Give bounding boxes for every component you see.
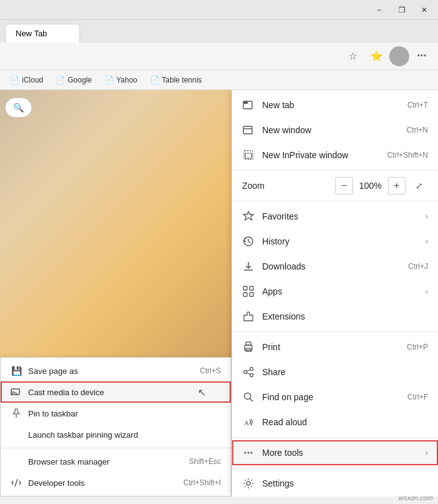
svg-rect-6	[243, 126, 252, 134]
context-dev-tools[interactable]: Developer tools Ctrl+Shift+I	[1, 472, 231, 493]
favorites-icon	[242, 210, 255, 223]
context-pin-taskbar[interactable]: Pin to taskbar	[1, 403, 231, 424]
settings-label: Settings	[262, 478, 428, 488]
menu-new-window[interactable]: New window Ctrl+N	[232, 118, 438, 143]
print-shortcut: Ctrl+P	[407, 343, 428, 351]
edge-menu: New tab Ctrl+T New window Ctrl+N New I	[232, 90, 438, 496]
more-tools-icon	[242, 446, 255, 459]
menu-new-inprivate[interactable]: New InPrivate window Ctrl+Shift+N	[232, 143, 438, 168]
minimize-button[interactable]: −	[370, 1, 388, 19]
apps-label: Apps	[262, 286, 418, 296]
zoom-increase-button[interactable]: +	[388, 177, 405, 194]
context-launch-wizard[interactable]: Launch taskbar pinning wizard	[1, 424, 231, 445]
ctx-divider-1	[1, 448, 231, 448]
history-label: History	[262, 236, 418, 246]
menu-new-tab[interactable]: New tab Ctrl+T	[232, 93, 438, 118]
context-cast-media[interactable]: Cast media to device ↖	[1, 381, 231, 403]
new-window-shortcut: Ctrl+N	[407, 126, 428, 134]
bookmark-table-tennis[interactable]: 📄 Table tennis	[145, 74, 207, 86]
svg-point-27	[245, 452, 247, 454]
context-menu: 💾 Save page as Ctrl+S Cast media to devi…	[0, 357, 232, 496]
bookmark-label: Yahoo	[116, 76, 138, 84]
new-tab-shortcut: Ctrl+T	[407, 101, 428, 109]
bookmark-yahoo[interactable]: 📄 Yahoo	[99, 74, 143, 86]
menu-print[interactable]: Print Ctrl+P	[232, 335, 438, 360]
menu-extensions[interactable]: Extensions	[232, 304, 438, 329]
share-label: Share	[262, 367, 428, 377]
menu-divider-5	[232, 468, 438, 468]
browser-task-icon	[11, 456, 22, 467]
context-browser-task[interactable]: Browser task manager Shift+Esc	[1, 451, 231, 472]
bookmark-label: Table tennis	[162, 76, 202, 84]
cursor-pointer-icon: ↖	[198, 386, 206, 398]
save-page-label: Save page as	[28, 366, 193, 376]
favorites-label: Favorites	[262, 211, 418, 221]
active-tab[interactable]: New Tab	[5, 24, 80, 43]
svg-rect-17	[246, 342, 251, 345]
browser-toolbar: ☆ ⭐ ···	[0, 43, 438, 70]
extensions-icon	[242, 310, 255, 323]
bookmark-icon: 📄	[150, 76, 160, 84]
menu-help-feedback[interactable]: Help and feedback ›	[232, 496, 438, 496]
browser-task-label: Browser task manager	[28, 457, 183, 466]
bookmark-icon: 📄	[10, 76, 19, 84]
bookmark-icon: 📄	[104, 76, 114, 84]
dev-tools-label: Developer tools	[28, 478, 177, 488]
bookmarks-bar: 📄 iCloud 📄 Google 📄 Yahoo 📄 Table tennis	[0, 70, 438, 90]
svg-rect-15	[250, 293, 253, 296]
menu-read-aloud[interactable]: A Read aloud	[232, 410, 438, 435]
launch-wizard-icon	[11, 429, 22, 440]
menu-more-tools[interactable]: More tools ›	[232, 440, 438, 465]
cast-media-label: Cast media to device	[28, 388, 221, 397]
more-button[interactable]: ···	[410, 45, 433, 68]
context-save-page[interactable]: 💾 Save page as Ctrl+S	[1, 360, 231, 381]
svg-point-21	[244, 371, 247, 374]
dev-tools-shortcut: Ctrl+Shift+I	[183, 478, 221, 487]
title-bar: − ❐ ✕	[0, 0, 438, 20]
settings-icon	[242, 477, 255, 490]
svg-text:A: A	[244, 419, 249, 426]
menu-favorites[interactable]: Favorites ›	[232, 204, 438, 229]
svg-point-29	[251, 452, 253, 454]
bookmark-icloud[interactable]: 📄 iCloud	[5, 74, 48, 86]
profile-button[interactable]	[389, 46, 409, 66]
search-bar[interactable]: 🔍	[5, 98, 32, 118]
menu-history[interactable]: History ›	[232, 229, 438, 254]
dev-tools-icon	[11, 477, 22, 488]
svg-point-28	[248, 452, 250, 454]
inprivate-label: New InPrivate window	[262, 150, 380, 160]
find-label: Find on page	[262, 392, 400, 402]
find-icon	[242, 391, 255, 403]
tab-bar: New Tab	[0, 20, 438, 43]
bookmark-label: Google	[68, 76, 92, 84]
zoom-value: 100%	[358, 181, 383, 191]
inprivate-shortcut: Ctrl+Shift+N	[387, 151, 428, 159]
svg-rect-9	[245, 153, 252, 158]
maximize-button[interactable]: ❐	[393, 1, 410, 19]
menu-settings[interactable]: Settings	[232, 471, 438, 496]
close-button[interactable]: ✕	[415, 1, 433, 19]
menu-share[interactable]: Share	[232, 360, 438, 385]
bookmark-google[interactable]: 📄 Google	[51, 74, 97, 86]
menu-divider-1	[232, 170, 438, 171]
zoom-expand-button[interactable]: ⤢	[410, 177, 428, 194]
search-area: 🔍	[5, 98, 32, 118]
menu-find-on-page[interactable]: Find on page Ctrl+F	[232, 385, 438, 410]
favorite-icon-button[interactable]: ☆	[342, 45, 364, 68]
cast-media-icon	[11, 386, 22, 398]
share-icon	[242, 366, 255, 378]
menu-downloads[interactable]: Downloads Ctrl+J	[232, 254, 438, 279]
zoom-decrease-button[interactable]: −	[335, 177, 353, 194]
zoom-label: Zoom	[242, 181, 330, 191]
more-tools-arrow: ›	[425, 448, 428, 457]
save-page-shortcut: Ctrl+S	[200, 366, 221, 375]
print-label: Print	[262, 342, 399, 352]
menu-apps[interactable]: Apps ›	[232, 279, 438, 304]
collections-icon-button[interactable]: ⭐	[365, 45, 388, 68]
new-window-label: New window	[262, 125, 399, 135]
svg-point-1	[11, 395, 13, 396]
apps-icon	[242, 285, 255, 298]
new-window-icon	[242, 124, 255, 136]
page-content: 🔍 💾 Save page as Ctrl+S Cast media to de…	[0, 90, 438, 496]
find-shortcut: Ctrl+F	[407, 393, 428, 401]
